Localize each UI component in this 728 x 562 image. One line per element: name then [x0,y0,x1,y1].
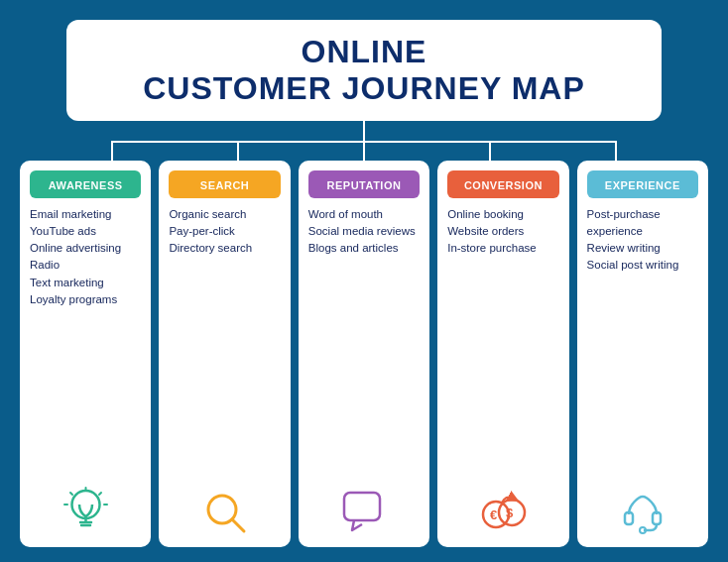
list-item: Review writing [587,240,698,257]
card-header-awareness: AWARENESS [30,170,141,198]
list-item: Organic search [169,206,280,223]
svg-text:$: $ [506,506,514,520]
headset-icon [587,485,698,539]
list-item: Pay-per-click [169,223,280,240]
list-item: Word of mouth [308,206,420,223]
card-header-label-search: SEARCH [200,179,249,191]
svg-rect-11 [344,493,380,520]
card-body-conversion: Online bookingWebsite ordersIn-store pur… [447,206,558,539]
cards-row: AWARENESSEmail marketingYouTube adsOnlin… [20,161,708,547]
magnifier-icon [169,485,280,539]
svg-point-18 [640,527,646,533]
speech-bubble-icon [308,485,420,539]
svg-point-0 [71,491,99,518]
list-item: YouTube ads [30,223,141,240]
list-item: Directory search [169,240,280,257]
title-box: ONLINE CUSTOMER JOURNEY MAP [66,20,662,121]
card-body-search: Organic searchPay-per-clickDirectory sea… [169,206,280,539]
card-header-conversion: CONVERSION [447,170,558,198]
card-awareness: AWARENESSEmail marketingYouTube adsOnlin… [20,161,151,547]
list-item: Email marketing [30,206,141,223]
list-item: Online advertising [30,240,141,257]
card-list-reputation: Word of mouthSocial media reviewsBlogs a… [308,206,420,258]
card-header-label-reputation: REPUTATION [327,179,402,191]
list-item: Radio [30,257,141,274]
list-item: Website orders [447,223,558,240]
card-header-experience: EXPERIENCE [587,170,698,198]
coins-icon: € $ [447,485,558,539]
svg-line-5 [70,493,72,495]
list-item: Text marketing [30,275,141,291]
svg-line-6 [99,493,101,495]
list-item: Social post writing [587,257,698,274]
card-header-label-awareness: AWARENESS [49,179,123,191]
connector [55,121,674,161]
card-list-experience: Post-purchase experienceReview writingSo… [587,206,698,275]
list-item: Loyalty programs [30,291,141,308]
card-header-search: SEARCH [169,170,280,198]
card-reputation: REPUTATIONWord of mouthSocial media revi… [299,161,429,547]
lightbulb-icon [30,485,141,539]
card-list-search: Organic searchPay-per-clickDirectory sea… [169,206,280,258]
card-list-awareness: Email marketingYouTube adsOnline adverti… [30,206,141,309]
card-list-conversion: Online bookingWebsite ordersIn-store pur… [447,206,558,258]
card-conversion: CONVERSIONOnline bookingWebsite ordersIn… [437,161,568,547]
svg-line-10 [232,519,244,531]
card-header-label-conversion: CONVERSION [464,179,543,191]
list-item: Blogs and articles [308,240,420,257]
page-title: ONLINE CUSTOMER JOURNEY MAP [106,34,622,107]
svg-text:€: € [490,507,497,522]
list-item: In-store purchase [447,240,558,257]
card-body-experience: Post-purchase experienceReview writingSo… [587,206,698,539]
card-experience: EXPERIENCEPost-purchase experienceReview… [577,161,708,547]
card-body-reputation: Word of mouthSocial media reviewsBlogs a… [308,206,420,539]
list-item: Post-purchase experience [587,206,698,241]
card-search: SEARCHOrganic searchPay-per-clickDirecto… [159,161,290,547]
list-item: Online booking [447,206,558,223]
card-body-awareness: Email marketingYouTube adsOnline adverti… [30,206,141,539]
card-header-label-experience: EXPERIENCE [605,179,680,191]
list-item: Social media reviews [308,223,420,240]
card-header-reputation: REPUTATION [308,170,420,198]
